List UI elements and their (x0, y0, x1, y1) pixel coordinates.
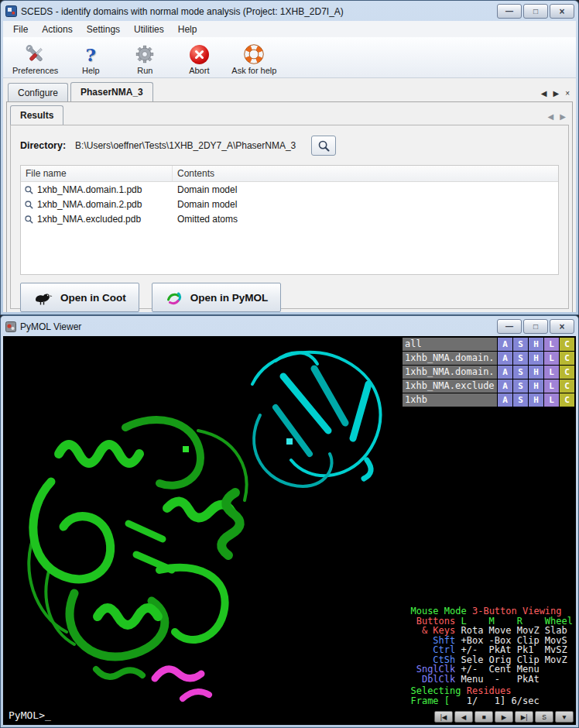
color-menu-button[interactable]: C (560, 379, 574, 393)
sceds-window-body: File Actions Settings Utilities Help Pre… (3, 21, 576, 312)
sceds-minimize-button[interactable]: — (497, 4, 522, 19)
sceds-window: SCEDS - identify domains with normal mod… (0, 0, 579, 315)
object-name[interactable]: 1xhb_NMA.domain. (403, 352, 497, 365)
preferences-button[interactable]: Preferences (9, 39, 61, 76)
results-scroll-right-icon[interactable]: ▶ (560, 112, 566, 121)
scene-button[interactable]: S (535, 711, 553, 723)
tab-phasernma-3[interactable]: PhaserNMA_3 (70, 82, 153, 101)
frame-counter-line[interactable]: Frame [ 1/ 1] 6/sec (410, 696, 573, 706)
help-icon: ? (86, 46, 96, 64)
show-menu-button[interactable]: S (513, 393, 528, 407)
tab-results[interactable]: Results (10, 105, 63, 125)
results-scroll-left-icon[interactable]: ◀ (548, 112, 554, 121)
run-button[interactable]: Run (120, 39, 170, 76)
table-row[interactable]: 1xhb_NMA.domain.2.pdb Domain model (21, 197, 558, 211)
row-magnifier-icon[interactable] (24, 215, 33, 224)
hide-menu-button[interactable]: H (529, 366, 543, 379)
color-menu-button[interactable]: C (560, 338, 574, 351)
color-menu-button[interactable]: C (560, 352, 574, 365)
label-menu-button[interactable]: L (544, 393, 559, 407)
object-row: 1xhb A S H L C (403, 393, 574, 407)
tab-navigation: ◀ ▶ × (541, 89, 570, 101)
vcr-menu-button[interactable]: ▼ (555, 711, 574, 723)
hide-menu-button[interactable]: H (529, 379, 543, 393)
menu-file[interactable]: File (6, 22, 35, 36)
phasernma-panel: Results ◀ ▶ Directory: B:\Users\oeffner\… (6, 101, 573, 312)
open-in-pymol-label: Open in PyMOL (190, 292, 269, 304)
label-menu-button[interactable]: L (544, 338, 559, 351)
sceds-maximize-button[interactable]: □ (523, 4, 548, 19)
table-row[interactable]: 1xhb_NMA.domain.1.pdb Domain model (21, 182, 558, 197)
column-header-contents[interactable]: Contents (173, 166, 558, 181)
action-menu-button[interactable]: A (498, 352, 512, 365)
color-menu-button[interactable]: C (560, 393, 574, 407)
abort-label: Abort (189, 66, 209, 75)
run-gear-icon (135, 44, 155, 64)
pymol-close-button[interactable]: × (550, 319, 574, 334)
label-menu-button[interactable]: L (544, 352, 559, 365)
hide-menu-button[interactable]: H (529, 393, 543, 407)
table-row[interactable]: 1xhb_NMA.excluded.pdb Omitted atoms (21, 211, 558, 226)
file-name: 1xhb_NMA.excluded.pdb (37, 214, 141, 225)
directory-label: Directory: (20, 140, 66, 151)
help-label: Help (82, 66, 100, 75)
results-tab-navigation: ◀ ▶ (548, 112, 566, 125)
row-magnifier-icon[interactable] (24, 200, 33, 209)
label-menu-button[interactable]: L (544, 366, 559, 379)
vcr-rewind-button[interactable]: |◀ (434, 711, 453, 723)
help-button[interactable]: ? Help (66, 39, 115, 76)
sceds-close-button[interactable]: × (550, 4, 574, 19)
pymol-maximize-button[interactable]: □ (523, 319, 548, 334)
open-in-coot-label: Open in Coot (60, 292, 126, 304)
browse-directory-button[interactable] (311, 136, 336, 156)
pymol-logo-icon (165, 289, 183, 306)
row-magnifier-icon[interactable] (24, 185, 33, 194)
show-menu-button[interactable]: S (513, 366, 528, 379)
menu-settings[interactable]: Settings (80, 22, 127, 36)
menu-actions[interactable]: Actions (35, 22, 79, 36)
label-menu-button[interactable]: L (544, 379, 559, 393)
tab-close-icon[interactable]: × (565, 89, 570, 98)
file-table: File name Contents 1xhb_NMA.domain.1.pdb… (20, 165, 559, 275)
vcr-prev-button[interactable]: ◀ (454, 711, 473, 723)
tabs-scroll-right-icon[interactable]: ▶ (553, 89, 559, 98)
menu-help[interactable]: Help (171, 22, 204, 36)
show-menu-button[interactable]: S (513, 338, 528, 351)
object-name[interactable]: 1xhb_NMA.domain. (403, 366, 497, 379)
ask-for-help-label: Ask for help (231, 66, 276, 75)
action-menu-button[interactable]: A (498, 393, 512, 407)
lifebuoy-icon (244, 44, 264, 64)
ask-for-help-button[interactable]: Ask for help (228, 39, 279, 76)
tabs-scroll-left-icon[interactable]: ◀ (541, 89, 547, 98)
object-name[interactable]: 1xhb (403, 393, 497, 407)
vcr-end-button[interactable]: ▶| (515, 711, 533, 723)
abort-icon (190, 45, 209, 64)
action-menu-button[interactable]: A (498, 366, 512, 379)
pymol-minimize-button[interactable]: — (497, 319, 522, 334)
vcr-stop-button[interactable]: ■ (475, 711, 493, 723)
hide-menu-button[interactable]: H (529, 352, 543, 365)
pymol-titlebar[interactable]: PyMOL Viewer — □ × (1, 316, 578, 335)
file-contents: Domain model (173, 184, 558, 195)
object-name[interactable]: all (403, 338, 497, 351)
command-input[interactable]: PyMOL>_ (9, 709, 51, 721)
vcr-play-button[interactable]: ▶ (495, 711, 513, 723)
molecule-ribbon-render (3, 336, 403, 725)
object-name[interactable]: 1xhb_NMA.exclude (403, 379, 497, 393)
hide-menu-button[interactable]: H (529, 338, 543, 351)
menu-utilities[interactable]: Utilities (127, 22, 171, 36)
show-menu-button[interactable]: S (513, 352, 528, 365)
abort-button[interactable]: Abort (174, 39, 224, 76)
object-row: 1xhb_NMA.exclude A S H L C (403, 379, 574, 393)
results-content: Directory: B:\Users\oeffner\Tests\1XHB_2… (10, 125, 569, 309)
column-header-file-name[interactable]: File name (21, 166, 173, 181)
color-menu-button[interactable]: C (560, 366, 574, 379)
tab-configure[interactable]: Configure (8, 83, 68, 101)
open-in-pymol-button[interactable]: Open in PyMOL (152, 283, 282, 312)
main-tabstrip: Configure PhaserNMA_3 ◀ ▶ × (3, 78, 576, 101)
action-menu-button[interactable]: A (498, 338, 512, 351)
show-menu-button[interactable]: S (513, 379, 528, 393)
action-menu-button[interactable]: A (498, 379, 512, 393)
open-in-coot-button[interactable]: Open in Coot (20, 283, 139, 312)
sceds-titlebar[interactable]: SCEDS - identify domains with normal mod… (1, 1, 578, 20)
